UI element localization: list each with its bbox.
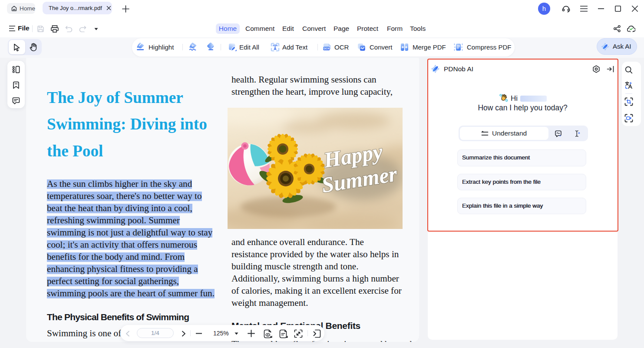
svg-text:OCR: OCR: [324, 47, 330, 50]
